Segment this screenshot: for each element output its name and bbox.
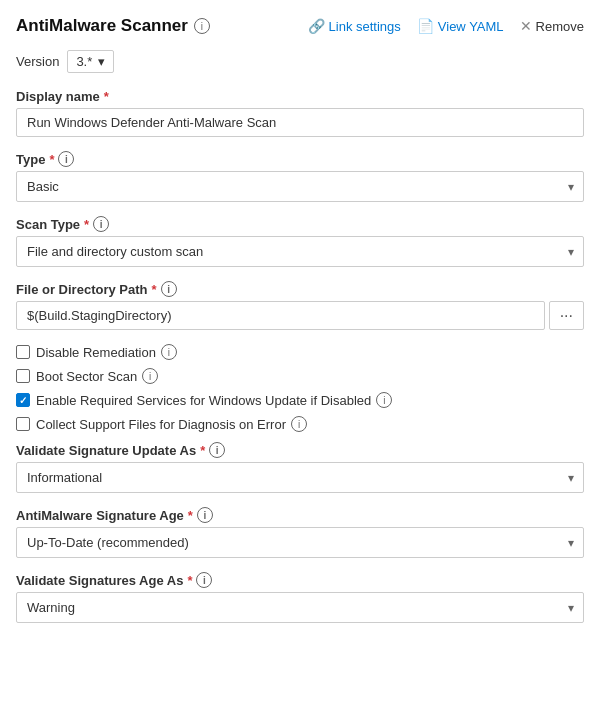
validate-signature-label: Validate Signature Update As * i — [16, 442, 584, 458]
view-yaml-label: View YAML — [438, 19, 504, 34]
boot-sector-info-icon[interactable]: i — [142, 368, 158, 384]
enable-required-services-group: Enable Required Services for Windows Upd… — [16, 392, 584, 408]
type-required: * — [49, 152, 54, 167]
validate-signature-info-icon[interactable]: i — [209, 442, 225, 458]
type-group: Type * i BasicCustom ▾ — [16, 151, 584, 202]
validate-signature-group: Validate Signature Update As * i Informa… — [16, 442, 584, 493]
antimalware-signature-age-group: AntiMalware Signature Age * i Up-To-Date… — [16, 507, 584, 558]
header: AntiMalware Scanner i 🔗 Link settings 📄 … — [16, 16, 584, 36]
file-path-input[interactable] — [16, 301, 545, 330]
collect-support-files-label: Collect Support Files for Diagnosis on E… — [36, 416, 307, 432]
boot-sector-scan-label: Boot Sector Scan i — [36, 368, 158, 384]
display-name-group: Display name * — [16, 89, 584, 137]
link-icon: 🔗 — [308, 18, 325, 34]
display-name-required: * — [104, 89, 109, 104]
scan-type-group: Scan Type * i File and directory custom … — [16, 216, 584, 267]
version-label: Version — [16, 54, 59, 69]
remove-label: Remove — [536, 19, 584, 34]
file-path-row: ··· — [16, 301, 584, 330]
disable-remediation-checkbox[interactable] — [16, 345, 30, 359]
validate-signature-required: * — [200, 443, 205, 458]
display-name-label: Display name * — [16, 89, 584, 104]
disable-remediation-label: Disable Remediation i — [36, 344, 177, 360]
scan-type-label: Scan Type * i — [16, 216, 584, 232]
version-value: 3.* — [76, 54, 92, 69]
remove-icon: ✕ — [520, 18, 532, 34]
validate-signature-select-wrapper: InformationalWarningError ▾ — [16, 462, 584, 493]
validate-signature-select[interactable]: InformationalWarningError — [16, 462, 584, 493]
validate-signatures-age-as-info-icon[interactable]: i — [196, 572, 212, 588]
scan-type-required: * — [84, 217, 89, 232]
scan-type-select[interactable]: File and directory custom scanQuick Scan… — [16, 236, 584, 267]
type-info-icon[interactable]: i — [58, 151, 74, 167]
scan-type-info-icon[interactable]: i — [93, 216, 109, 232]
antimalware-signature-age-required: * — [188, 508, 193, 523]
view-yaml-button[interactable]: 📄 View YAML — [417, 18, 504, 34]
header-actions: 🔗 Link settings 📄 View YAML ✕ Remove — [308, 18, 584, 34]
antimalware-signature-age-select-wrapper: Up-To-Date (recommended)OutdatedAny ▾ — [16, 527, 584, 558]
version-chevron-icon: ▾ — [98, 54, 105, 69]
disable-remediation-group: Disable Remediation i — [16, 344, 584, 360]
antimalware-signature-age-select[interactable]: Up-To-Date (recommended)OutdatedAny — [16, 527, 584, 558]
version-row: Version 3.* ▾ — [16, 50, 584, 73]
remove-button[interactable]: ✕ Remove — [520, 18, 584, 34]
main-container: AntiMalware Scanner i 🔗 Link settings 📄 … — [0, 0, 600, 657]
antimalware-signature-age-info-icon[interactable]: i — [197, 507, 213, 523]
file-path-required: * — [151, 282, 156, 297]
display-name-input[interactable] — [16, 108, 584, 137]
type-select-wrapper: BasicCustom ▾ — [16, 171, 584, 202]
scan-type-select-wrapper: File and directory custom scanQuick Scan… — [16, 236, 584, 267]
link-settings-button[interactable]: 🔗 Link settings — [308, 18, 401, 34]
collect-support-files-checkbox[interactable] — [16, 417, 30, 431]
link-settings-label: Link settings — [329, 19, 401, 34]
yaml-icon: 📄 — [417, 18, 434, 34]
type-label: Type * i — [16, 151, 584, 167]
validate-signatures-age-as-label: Validate Signatures Age As * i — [16, 572, 584, 588]
version-select[interactable]: 3.* ▾ — [67, 50, 114, 73]
validate-signatures-age-as-required: * — [187, 573, 192, 588]
boot-sector-scan-checkbox[interactable] — [16, 369, 30, 383]
title-info-icon[interactable]: i — [194, 18, 210, 34]
header-left: AntiMalware Scanner i — [16, 16, 210, 36]
validate-signatures-age-as-select-wrapper: WarningInformationalError ▾ — [16, 592, 584, 623]
file-path-label: File or Directory Path * i — [16, 281, 584, 297]
validate-signatures-age-as-group: Validate Signatures Age As * i WarningIn… — [16, 572, 584, 623]
enable-required-services-label: Enable Required Services for Windows Upd… — [36, 392, 392, 408]
enable-required-services-info-icon[interactable]: i — [376, 392, 392, 408]
boot-sector-scan-group: Boot Sector Scan i — [16, 368, 584, 384]
file-path-info-icon[interactable]: i — [161, 281, 177, 297]
file-path-group: File or Directory Path * i ··· — [16, 281, 584, 330]
enable-required-services-checkbox[interactable] — [16, 393, 30, 407]
validate-signatures-age-as-select[interactable]: WarningInformationalError — [16, 592, 584, 623]
antimalware-signature-age-label: AntiMalware Signature Age * i — [16, 507, 584, 523]
collect-support-files-info-icon[interactable]: i — [291, 416, 307, 432]
page-title: AntiMalware Scanner — [16, 16, 188, 36]
collect-support-files-group: Collect Support Files for Diagnosis on E… — [16, 416, 584, 432]
disable-remediation-info-icon[interactable]: i — [161, 344, 177, 360]
file-path-browse-button[interactable]: ··· — [549, 301, 584, 330]
type-select[interactable]: BasicCustom — [16, 171, 584, 202]
